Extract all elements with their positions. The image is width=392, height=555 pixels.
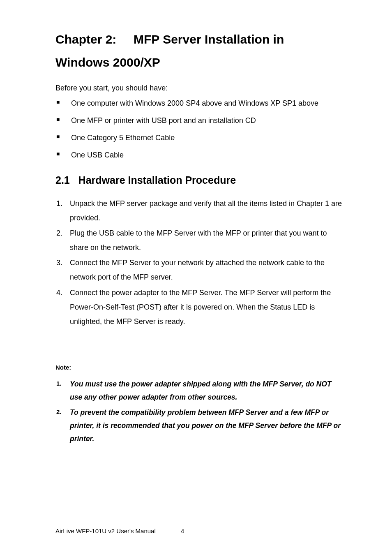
section-heading: 2.1 Hardware Installation Procedure [55,174,345,186]
list-item: One USB Cable [55,150,345,161]
chapter-title-line2: Windows 2000/XP [55,56,160,69]
list-item: You must use the power adapter shipped a… [55,377,345,404]
footer-text: AirLive WFP-101U v2 User's Manual [55,527,156,534]
section-title: Hardware Installation Procedure [78,174,236,186]
list-item: Connect the power adapter to the MFP Ser… [55,286,345,329]
list-item: Plug the USB cable to the MFP Server wit… [55,226,345,255]
procedure-list: Unpack the MFP server package and verify… [55,197,345,329]
list-item: Connect the MFP Server to your network b… [55,256,345,284]
note-label: Note: [55,364,345,371]
note-list: You must use the power adapter shipped a… [55,377,345,446]
page-number: 4 [181,527,184,534]
list-item: One computer with Windows 2000 SP4 above… [55,98,345,109]
requirements-list: One computer with Windows 2000 SP4 above… [55,98,345,161]
list-item: One MFP or printer with USB port and an … [55,115,345,126]
chapter-title: Chapter 2: MFP Server Installation in Wi… [55,28,345,74]
chapter-title-line1: Chapter 2: MFP Server Installation in [55,32,284,46]
list-item: To prevent the compatibility problem bet… [55,406,345,446]
list-item: Unpack the MFP server package and verify… [55,197,345,225]
list-item: One Category 5 Ethernet Cable [55,132,345,143]
section-number: 2.1 [55,174,70,186]
intro-text: Before you start, you should have: [55,83,345,94]
